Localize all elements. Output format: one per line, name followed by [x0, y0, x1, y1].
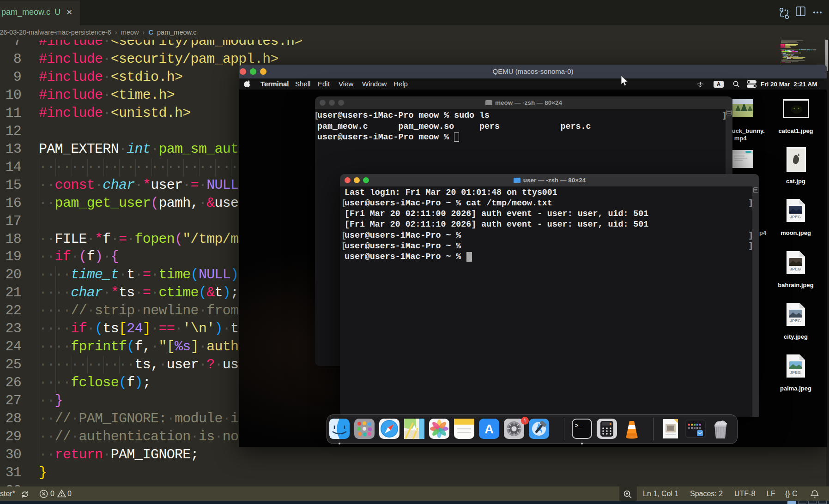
- svg-text:JPEG: JPEG: [790, 370, 801, 375]
- svg-text:>_: >_: [575, 423, 582, 429]
- svg-text:JPEG: JPEG: [790, 267, 801, 271]
- svg-text:JPEG: JPEG: [790, 318, 801, 323]
- svg-text:A: A: [484, 422, 494, 436]
- svg-text:JPEG: JPEG: [790, 215, 801, 219]
